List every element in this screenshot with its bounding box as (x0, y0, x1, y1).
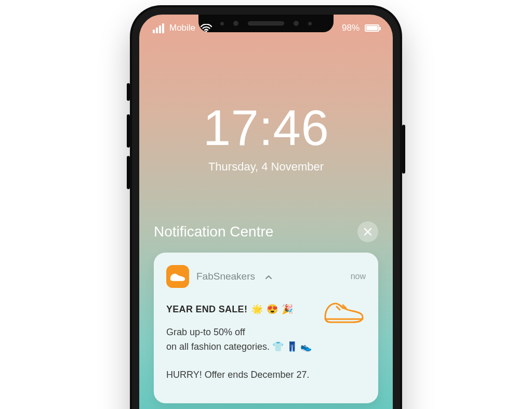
notification-body-line3: HURRY! Offer ends December 27. (166, 368, 366, 382)
lock-clock-area: 17:46 Thursday, 4 November (139, 103, 393, 174)
notification-centre-header: Notification Centre (154, 221, 378, 242)
body-emojis: 👕 👖 👟 (272, 341, 312, 352)
notification-body-line1: Grab up-to 50% off (166, 325, 312, 340)
app-icon (166, 265, 189, 288)
headline-emojis: 🌟 😍 🎉 (251, 302, 294, 317)
notification-centre-title: Notification Centre (154, 223, 273, 240)
chevron-up-icon[interactable] (265, 272, 272, 281)
notification-card-header: FabSneakers now (166, 265, 366, 288)
clock-date: Thursday, 4 November (139, 160, 393, 174)
battery-icon (365, 24, 379, 32)
sneaker-icon (321, 297, 367, 328)
notification-time-label: now (351, 272, 366, 281)
carrier-label: Mobile (169, 23, 195, 33)
mute-switch[interactable] (127, 83, 130, 101)
notification-body-line2: on all fashion categories. (166, 341, 270, 352)
notification-headline: YEAR END SALE! (166, 302, 247, 317)
status-bar: Mobile 98% (139, 23, 393, 33)
notification-card[interactable]: FabSneakers now YEAR END SALE! 🌟 😍 🎉 (154, 253, 378, 403)
battery-pct-label: 98% (342, 23, 360, 33)
clock-time: 17:46 (139, 103, 393, 153)
app-name-label: FabSneakers (196, 271, 255, 282)
volume-down[interactable] (127, 156, 130, 189)
screen: Mobile 98% 17:46 Thursday, 4 November No… (139, 15, 393, 409)
close-icon[interactable] (357, 221, 378, 242)
power-button[interactable] (402, 125, 405, 174)
svg-point-0 (205, 31, 207, 32)
signal-icon (153, 23, 164, 33)
volume-up[interactable] (127, 114, 130, 148)
phone-frame: Mobile 98% 17:46 Thursday, 4 November No… (130, 5, 402, 409)
wifi-icon (201, 24, 212, 32)
